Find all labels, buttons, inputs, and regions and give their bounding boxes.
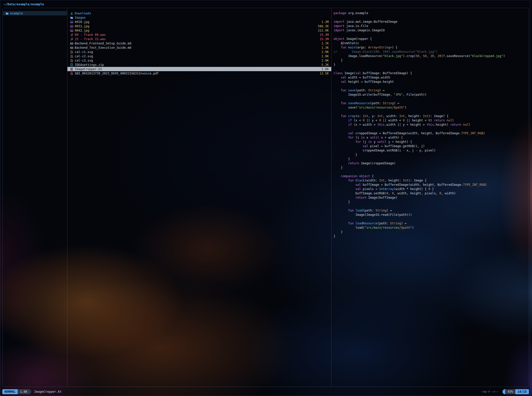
- code-line: for (j in y until y + height) {: [334, 140, 528, 144]
- parent-directory-pane[interactable]: example: [3, 11, 67, 15]
- code-line: Image(ImageIO.read(File(path))): [334, 213, 528, 217]
- code-line: fun loadResource(path: String) =: [334, 221, 528, 226]
- file-name: 15 - Track 15.wav: [75, 37, 317, 41]
- file-size: 2.9K: [321, 50, 329, 54]
- code-line: if (x + width > this.width || y + height…: [334, 123, 528, 127]
- file-row[interactable]: 0028.jpg1.3M: [67, 20, 331, 24]
- file-name: SBI_0032013739_2023_DE05_0003155631Invoi…: [75, 72, 317, 75]
- file-name: example: [10, 12, 61, 15]
- folder-icon: [5, 12, 9, 15]
- code-line: buffImage.setRGB(0, 0, width, height, pi…: [334, 191, 528, 196]
- code-line: val pixels = IntArray(width * height) { …: [334, 187, 528, 191]
- code-line: val pixel = buffImage.getRGB(i, j): [334, 144, 528, 148]
- kotlin-icon: [70, 68, 73, 71]
- code-line: val height = buffImage.height: [334, 80, 528, 84]
- code-line: }: [334, 230, 528, 234]
- markdown-icon: [70, 42, 73, 45]
- code-line: object ImageCropper {: [334, 37, 528, 41]
- code-line: }: [334, 58, 528, 63]
- file-row[interactable]: SBI_0032013739_2023_DE05_0003155631Invoi…: [67, 71, 331, 75]
- code-line: save("src/main/resources/$path"): [334, 105, 528, 110]
- file-size: 1.3K: [321, 46, 329, 49]
- file-row[interactable]: example: [3, 11, 67, 15]
- mode-badge: NORMAL: [2, 389, 18, 394]
- code-line: ImageIO.write(buffImage, "JPG", File(pat…: [334, 93, 528, 97]
- file-name: cal-c3.svg: [75, 59, 318, 62]
- file-name: 09 - Track 09.wav: [75, 33, 317, 37]
- file-row[interactable]: ImageCropper.kt1.6K: [67, 67, 331, 71]
- code-line: fun save(path: String) =: [334, 88, 528, 93]
- file-manager-panes: example DownloadsImages0028.jpg1.3M0031.…: [2, 8, 529, 387]
- file-name: IDEAsettings.zip: [75, 63, 318, 67]
- code-line: // Image.black(100, 100).saveResource("b…: [334, 50, 528, 54]
- file-size-badge: 1.6K: [18, 389, 30, 394]
- file-row[interactable]: Downloads: [67, 11, 331, 15]
- code-line: }: [334, 157, 528, 161]
- file-size: 15.3M: [320, 33, 329, 37]
- code-line: [334, 170, 528, 174]
- archive-icon: [70, 63, 73, 66]
- status-bar: NORMAL 1.6K ImageCropper.kt -rw-r--r-- 9…: [2, 389, 529, 395]
- image-icon: [70, 29, 73, 32]
- code-line: return Image(croppedImage): [334, 161, 528, 166]
- file-size: 12.5K: [320, 72, 329, 75]
- code-line: val width = buffImage.width: [334, 75, 528, 80]
- file-row[interactable]: Backend_Frontend_Setup_Guide.md1.7K: [67, 41, 331, 45]
- code-line: fun crop(x: Int, y: Int, width: Int, hei…: [334, 114, 528, 118]
- markdown-icon: [70, 46, 73, 49]
- file-row[interactable]: 09 - Track 09.wav15.3M: [67, 33, 331, 37]
- file-size: 586.3K: [318, 24, 329, 28]
- file-name: Backend_Test_Execution_Guide.md: [75, 46, 318, 49]
- file-size: 212.9K: [318, 29, 329, 32]
- code-line: fun black(width: Int, height: Int): Imag…: [334, 178, 528, 183]
- code-line: if (x < 0 || y < 0 || width < 0 || heigh…: [334, 118, 528, 123]
- code-line: [334, 67, 528, 71]
- file-list[interactable]: DownloadsImages0028.jpg1.3M0031.jpg586.3…: [67, 11, 331, 75]
- code-line: }: [334, 200, 528, 204]
- code-line: [334, 204, 528, 208]
- file-name: ImageCropper.kt: [75, 67, 318, 71]
- code-line: val buffImage = BufferedImage(width, hei…: [334, 183, 528, 187]
- code-line: val croppedImage = BufferedImage(width, …: [334, 131, 528, 136]
- image-icon: [70, 25, 73, 28]
- code-line: @JvmStatic: [334, 41, 528, 45]
- file-size: 5.2K: [321, 63, 329, 67]
- preview-pane[interactable]: package org.example import java.awt.imag…: [332, 11, 528, 385]
- file-row[interactable]: cal-c2.svg2.9K: [67, 54, 331, 58]
- code-line: import java.awt.image.BufferedImage: [334, 20, 528, 24]
- code-line: }: [334, 234, 528, 239]
- audio-icon: [70, 33, 73, 36]
- file-size: 2.9K: [321, 55, 329, 58]
- code-line: companion object {: [334, 174, 528, 178]
- code-line: [334, 127, 528, 131]
- code-line: import java.io.File: [334, 24, 528, 28]
- code-line: fun saveResource(path: String) =: [334, 101, 528, 105]
- image-icon: [70, 20, 73, 23]
- file-row[interactable]: Backend_Test_Execution_Guide.md1.3K: [67, 45, 331, 50]
- code-line: class Image(val buffImage: BufferedImage…: [334, 71, 528, 75]
- file-row[interactable]: cal-c3.svg2.9K: [67, 58, 331, 63]
- file-name: Images: [75, 16, 326, 19]
- audio-icon: [70, 38, 73, 41]
- file-row[interactable]: cal-c1.svg2.9K: [67, 50, 331, 54]
- file-row[interactable]: Images: [67, 15, 331, 20]
- folder-icon: [70, 16, 73, 19]
- file-size: 1.6K: [321, 67, 329, 71]
- file-row[interactable]: 0031.jpg586.3K: [67, 24, 331, 28]
- code-line: fun main(args: Array<String>) {: [334, 45, 528, 50]
- file-row[interactable]: 15 - Track 15.wav15.3M: [67, 37, 331, 41]
- powerline-arrow-icon: [30, 389, 32, 394]
- file-row[interactable]: 0042.jpg212.9K: [67, 28, 331, 33]
- vector-icon: [70, 55, 73, 58]
- file-size: 1.7K: [321, 42, 329, 45]
- code-line: Image.loadResource("black.jpg").crop(50,…: [334, 54, 528, 58]
- terminal-window: ~/Data/example/example example Downloads…: [0, 0, 530, 396]
- code-line: fun load(path: String) =: [334, 208, 528, 213]
- file-row[interactable]: IDEAsettings.zip5.2K: [67, 63, 331, 67]
- code-line: }: [334, 153, 528, 157]
- code-line: [334, 84, 528, 88]
- code-line: [334, 15, 528, 20]
- download-icon: [70, 12, 73, 15]
- file-name: cal-c2.svg: [75, 55, 318, 58]
- code-line: }: [334, 166, 528, 170]
